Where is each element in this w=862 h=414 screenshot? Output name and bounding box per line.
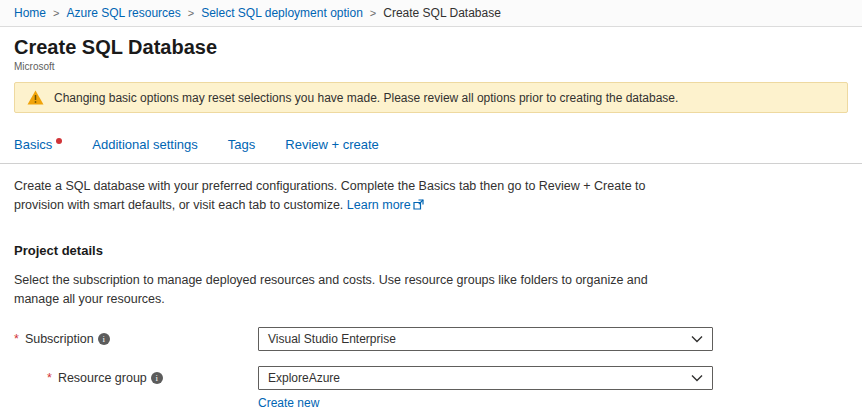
subscription-value: Visual Studio Enterprise bbox=[268, 332, 396, 346]
breadcrumb-separator: > bbox=[370, 7, 376, 19]
resource-group-row: * Resource group i ExploreAzure bbox=[0, 366, 862, 390]
validation-dot bbox=[56, 138, 62, 144]
subscription-label-text: Subscription bbox=[25, 332, 94, 346]
info-icon[interactable]: i bbox=[98, 333, 110, 345]
chevron-down-icon bbox=[691, 335, 703, 343]
warning-banner: Changing basic options may reset selecti… bbox=[14, 82, 848, 113]
tab-additional-settings[interactable]: Additional settings bbox=[92, 137, 198, 152]
learn-more-link[interactable]: Learn more bbox=[347, 198, 424, 212]
breadcrumb-item-select-sql-deployment-option[interactable]: Select SQL deployment option bbox=[201, 6, 363, 20]
intro-text-body: Create a SQL database with your preferre… bbox=[14, 179, 645, 212]
tab-basics-label: Basics bbox=[14, 137, 52, 152]
tab-tags[interactable]: Tags bbox=[228, 137, 255, 152]
tab-basics[interactable]: Basics bbox=[14, 137, 62, 152]
breadcrumb-item-azure-sql-resources[interactable]: Azure SQL resources bbox=[66, 6, 180, 20]
learn-more-label: Learn more bbox=[347, 198, 411, 212]
section-heading-project-details: Project details bbox=[14, 243, 848, 258]
create-new-wrap: Create new bbox=[0, 396, 862, 410]
breadcrumb-item-home[interactable]: Home bbox=[14, 6, 46, 20]
tab-bar: Basics Additional settings Tags Review +… bbox=[0, 137, 862, 152]
create-new-link[interactable]: Create new bbox=[258, 396, 319, 410]
basics-form: * Subscription i Visual Studio Enterpris… bbox=[0, 327, 862, 410]
required-asterisk: * bbox=[14, 332, 19, 346]
resource-group-label: * Resource group i bbox=[14, 371, 258, 385]
intro-text: Create a SQL database with your preferre… bbox=[0, 164, 672, 216]
external-link-icon bbox=[413, 199, 424, 210]
page-title: Create SQL Database bbox=[14, 35, 848, 59]
warning-text: Changing basic options may reset selecti… bbox=[54, 91, 678, 105]
warning-icon bbox=[27, 90, 44, 105]
breadcrumb-separator: > bbox=[188, 7, 194, 19]
breadcrumb-item-current: Create SQL Database bbox=[383, 6, 501, 20]
breadcrumb-separator: > bbox=[53, 7, 59, 19]
subscription-label: * Subscription i bbox=[14, 332, 258, 346]
chevron-down-icon bbox=[691, 374, 703, 382]
project-details-description: Select the subscription to manage deploy… bbox=[14, 271, 674, 309]
resource-group-value: ExploreAzure bbox=[268, 371, 340, 385]
page-header: Create SQL Database Microsoft bbox=[0, 27, 862, 72]
publisher-label: Microsoft bbox=[14, 61, 848, 72]
subscription-dropdown[interactable]: Visual Studio Enterprise bbox=[258, 327, 713, 351]
resource-group-label-text: Resource group bbox=[58, 371, 147, 385]
tab-review-create[interactable]: Review + create bbox=[285, 137, 379, 152]
subscription-row: * Subscription i Visual Studio Enterpris… bbox=[0, 327, 862, 351]
info-icon[interactable]: i bbox=[151, 372, 163, 384]
required-asterisk: * bbox=[47, 371, 52, 385]
breadcrumb: Home > Azure SQL resources > Select SQL … bbox=[0, 0, 862, 27]
resource-group-dropdown[interactable]: ExploreAzure bbox=[258, 366, 713, 390]
